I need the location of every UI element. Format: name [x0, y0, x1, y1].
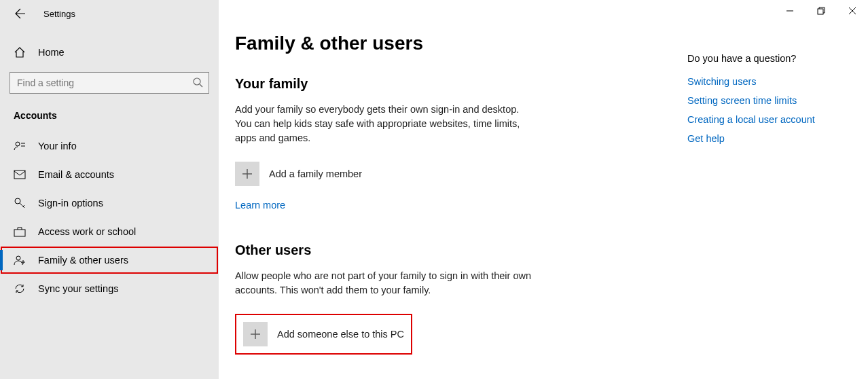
help-link-screen-time[interactable]: Setting screen time limits: [687, 95, 844, 106]
nav-label: Sign-in options: [38, 198, 103, 209]
search-icon: [192, 77, 203, 88]
maximize-button[interactable]: [806, 0, 837, 22]
plus-icon: [235, 162, 259, 186]
sidebar-item-your-info[interactable]: Your info: [0, 132, 219, 160]
sidebar-item-sync-settings[interactable]: Sync your settings: [0, 274, 219, 303]
sidebar: Settings Home Accounts Your info Email &…: [0, 0, 219, 379]
svg-point-6: [15, 198, 20, 204]
help-column: Do you have a question? Switching users …: [687, 33, 844, 365]
add-someone-else-button[interactable]: Add someone else to this PC: [235, 314, 412, 355]
svg-line-8: [23, 205, 24, 206]
svg-point-0: [194, 78, 200, 85]
people-icon: [14, 254, 26, 266]
nav-label: Access work or school: [38, 226, 136, 237]
mail-icon: [14, 168, 26, 181]
sidebar-item-family-other-users[interactable]: Family & other users: [0, 246, 219, 274]
nav-label: Sync your settings: [38, 283, 118, 294]
close-icon: [848, 7, 856, 15]
help-link-local-account[interactable]: Creating a local user account: [687, 114, 844, 125]
sidebar-home[interactable]: Home: [0, 38, 219, 67]
sidebar-item-access-work[interactable]: Access work or school: [0, 217, 219, 246]
titlebar-left: Settings: [0, 0, 219, 27]
home-icon: [14, 46, 26, 58]
other-users-heading: Other users: [235, 242, 647, 258]
help-title: Do you have a question?: [687, 53, 844, 64]
nav-list: Your info Email & accounts Sign-in optio…: [0, 132, 219, 303]
sync-icon: [14, 283, 26, 295]
add-family-member-button[interactable]: Add a family member: [235, 162, 362, 186]
nav-label: Your info: [38, 141, 77, 151]
nav-label: Family & other users: [38, 255, 128, 266]
help-link-switching-users[interactable]: Switching users: [687, 76, 844, 87]
other-users-description: Allow people who are not part of your fa…: [235, 269, 534, 297]
briefcase-icon: [14, 225, 26, 238]
sidebar-item-signin-options[interactable]: Sign-in options: [0, 189, 219, 217]
search-wrap: [0, 72, 219, 94]
close-button[interactable]: [837, 0, 868, 22]
search-input[interactable]: [10, 77, 209, 88]
learn-more-link[interactable]: Learn more: [235, 200, 285, 211]
search-box[interactable]: [10, 72, 209, 94]
nav-label: Email & accounts: [38, 169, 114, 180]
family-heading: Your family: [235, 76, 647, 92]
sidebar-item-email-accounts[interactable]: Email & accounts: [0, 160, 219, 189]
svg-rect-9: [14, 230, 25, 236]
svg-rect-18: [818, 9, 823, 14]
family-description: Add your family so everybody gets their …: [235, 103, 534, 145]
maximize-icon: [817, 7, 825, 15]
person-card-icon: [14, 140, 26, 152]
category-heading: Accounts: [0, 94, 219, 128]
back-button[interactable]: [14, 7, 27, 20]
app-title: Settings: [43, 9, 75, 19]
content-column: Family & other users Your family Add you…: [235, 33, 647, 365]
svg-point-2: [16, 142, 20, 146]
add-someone-label: Add someone else to this PC: [277, 329, 404, 340]
home-label: Home: [38, 47, 65, 58]
window-controls: [774, 0, 868, 22]
plus-icon: [243, 322, 268, 346]
page-title: Family & other users: [235, 33, 647, 54]
minimize-button[interactable]: [774, 0, 806, 22]
minimize-icon: [786, 7, 794, 15]
help-link-get-help[interactable]: Get help: [687, 133, 844, 144]
svg-rect-5: [14, 170, 25, 179]
main-content: Family & other users Your family Add you…: [219, 0, 868, 379]
svg-line-1: [200, 84, 202, 87]
help-links: Switching users Setting screen time limi…: [687, 76, 844, 144]
key-icon: [14, 197, 26, 209]
svg-point-10: [16, 256, 20, 260]
arrow-left-icon: [15, 8, 26, 19]
add-family-label: Add a family member: [269, 168, 362, 179]
